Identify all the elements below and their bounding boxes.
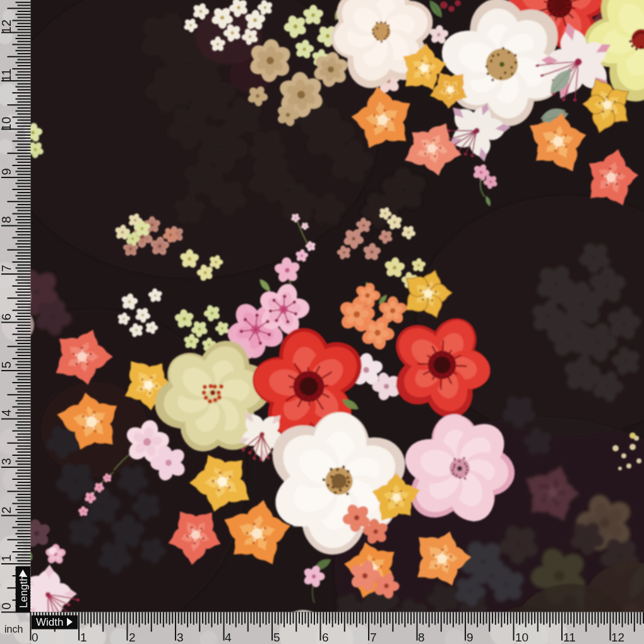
svg-text:Width: Width bbox=[36, 616, 63, 628]
svg-text:12: 12 bbox=[611, 631, 624, 644]
svg-text:6: 6 bbox=[322, 631, 329, 644]
svg-text:3: 3 bbox=[177, 631, 184, 644]
svg-text:11: 11 bbox=[563, 631, 576, 644]
svg-text:4: 4 bbox=[0, 409, 13, 416]
svg-text:2: 2 bbox=[0, 506, 13, 513]
svg-text:5: 5 bbox=[0, 361, 13, 368]
svg-text:7: 7 bbox=[0, 265, 13, 271]
svg-text:8: 8 bbox=[418, 631, 425, 644]
svg-text:9: 9 bbox=[467, 631, 474, 644]
svg-text:Length: Length bbox=[18, 575, 30, 608]
svg-text:11: 11 bbox=[0, 69, 13, 82]
svg-text:10: 10 bbox=[0, 117, 13, 131]
svg-text:1: 1 bbox=[0, 554, 13, 561]
svg-text:0: 0 bbox=[0, 602, 13, 609]
svg-text:3: 3 bbox=[0, 458, 13, 465]
svg-text:4: 4 bbox=[225, 631, 232, 644]
svg-text:8: 8 bbox=[0, 216, 13, 223]
svg-text:7: 7 bbox=[370, 631, 377, 644]
svg-text:9: 9 bbox=[0, 168, 13, 175]
svg-text:5: 5 bbox=[273, 631, 280, 644]
svg-text:2: 2 bbox=[129, 631, 136, 644]
svg-text:6: 6 bbox=[0, 313, 13, 320]
svg-text:12: 12 bbox=[0, 20, 13, 33]
svg-text:inch: inch bbox=[4, 624, 23, 635]
svg-text:10: 10 bbox=[515, 631, 528, 644]
svg-text:0: 0 bbox=[32, 631, 39, 644]
svg-text:1: 1 bbox=[80, 631, 87, 644]
